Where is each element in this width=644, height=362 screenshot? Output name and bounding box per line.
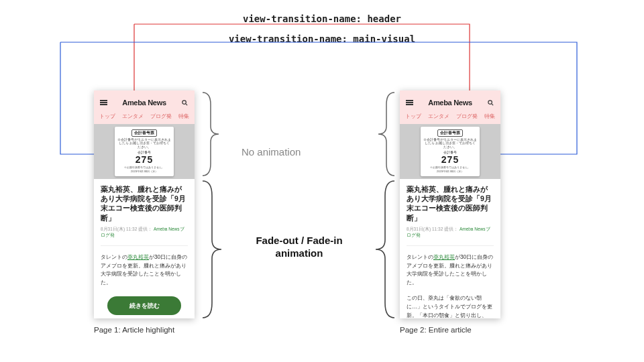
ticket-note: ※お薬引換番号ではありません。 — [117, 166, 171, 169]
brace-right-top — [373, 91, 398, 177]
search-icon[interactable] — [181, 99, 189, 107]
tab-blog[interactable]: ブログ発 — [150, 113, 172, 120]
lead-link[interactable]: 薬丸裕英 — [127, 253, 149, 260]
svg-point-2 — [488, 100, 492, 104]
menu-icon[interactable] — [405, 99, 413, 107]
menu-icon[interactable] — [99, 99, 107, 107]
ticket-title: 会計番号票 — [131, 129, 157, 137]
separator — [407, 245, 494, 246]
annotation-no-animation: No animation — [241, 146, 301, 158]
tab-blog[interactable]: ブログ発 — [456, 113, 478, 120]
main-visual-region: 会計番号票 ※会計番号がモニターに表示されましたら お越し頂き窓・でお待ちくださ… — [94, 124, 195, 179]
brace-left-bottom — [199, 180, 227, 319]
separator — [101, 245, 188, 246]
article-meta: 8月31日(木) 11:32 提供： Ameba Newsブログ発 — [101, 227, 188, 239]
vt-name-main-visual-label: view-transition-name: main-visual — [229, 34, 415, 44]
article-lead: タレントの薬丸裕英が30日に自身のアメブロを更新。腫れと痛みがあり大学病院を受診… — [407, 253, 494, 287]
article-region: 薬丸裕英、腫れと痛みがあり大学病院を受診「9月末エコー検査後の医師判断」 8月3… — [94, 179, 195, 318]
meta-time: 8月31日(木) 11:32 — [101, 227, 137, 231]
meta-time: 8月31日(木) 11:32 — [407, 227, 443, 231]
page1-mock: Ameba News トップ エンタメ ブログ発 特集 会計番号票 ※会計番号が… — [94, 90, 195, 318]
header-region: Ameba News トップ エンタメ ブログ発 特集 — [94, 90, 195, 124]
article-headline: 薬丸裕英、腫れと痛みがあり大学病院を受診「9月末エコー検査後の医師判断」 — [407, 184, 494, 223]
ticket-title: 会計番号票 — [437, 129, 463, 137]
page1-caption: Page 1: Article highlight — [94, 326, 174, 334]
meta-provider-label: 提供： — [138, 227, 152, 231]
ticket-number: 275 — [117, 154, 171, 165]
tab-top[interactable]: トップ — [405, 113, 421, 120]
brace-left-top — [199, 91, 224, 177]
lead-pre: タレントの — [407, 253, 433, 260]
article-meta: 8月31日(木) 11:32 提供： Ameba Newsブログ発 — [407, 227, 494, 239]
page2-mock: Ameba News トップ エンタメ ブログ発 特集 会計番号票 ※会計番号が… — [400, 90, 500, 318]
brace-right-bottom — [370, 180, 398, 319]
ticket-date: 2023年8月30日（水） — [117, 170, 171, 173]
svg-point-0 — [182, 100, 186, 104]
read-more-button[interactable]: 続きを読む — [107, 296, 181, 315]
article-region: 薬丸裕英、腫れと痛みがあり大学病院を受診「9月末エコー検査後の医師判断」 8月3… — [400, 179, 500, 318]
ticket-sub: ※会計番号がモニターに表示されましたら お越し頂き窓・でお待ちください。 — [117, 138, 171, 149]
page2-caption: Page 2: Entire article — [400, 326, 472, 334]
tab-top[interactable]: トップ — [99, 113, 115, 120]
ticket-card: 会計番号票 ※会計番号がモニターに表示されましたら お越し頂き窓・でお待ちくださ… — [115, 127, 174, 177]
meta-provider-label: 提供： — [444, 227, 458, 231]
tab-entame[interactable]: エンタメ — [428, 113, 449, 120]
article-lead: タレントの薬丸裕英が30日に自身のアメブロを更新。腫れと痛みがあり大学病院を受診… — [101, 253, 188, 287]
brand-title: Ameba News — [428, 99, 472, 107]
article-para2: この日、薬丸は「食欲のない朝に…」というタイトルでブログを更新。「本日の朝食」と… — [407, 294, 494, 318]
tab-feature[interactable]: 特集 — [484, 113, 495, 120]
ticket-number: 275 — [423, 154, 477, 165]
lead-pre: タレントの — [101, 253, 127, 260]
article-headline: 薬丸裕英、腫れと痛みがあり大学病院を受診「9月末エコー検査後の医師判断」 — [101, 184, 188, 223]
header-region: Ameba News トップ エンタメ ブログ発 特集 — [400, 90, 500, 124]
ticket-card: 会計番号票 ※会計番号がモニターに表示されましたら お越し頂き窓・でお待ちくださ… — [421, 127, 480, 177]
brand-title: Ameba News — [122, 99, 166, 107]
lead-link[interactable]: 薬丸裕英 — [433, 253, 455, 260]
svg-line-1 — [186, 103, 187, 105]
tab-bar: トップ エンタメ ブログ発 特集 — [405, 111, 495, 124]
tab-feature[interactable]: 特集 — [178, 113, 189, 120]
vt-name-header-label: view-transition-name: header — [243, 13, 401, 24]
svg-line-3 — [492, 103, 493, 105]
annotation-fade: Fade-out / Fade-in animation — [239, 235, 360, 260]
ticket-date: 2023年8月30日（水） — [423, 170, 477, 173]
tab-entame[interactable]: エンタメ — [122, 113, 144, 120]
ticket-sub: ※会計番号がモニターに表示されましたら お越し頂き窓・でお待ちください。 — [423, 138, 477, 149]
main-visual-region: 会計番号票 ※会計番号がモニターに表示されましたら お越し頂き窓・でお待ちくださ… — [400, 124, 500, 179]
tab-bar: トップ エンタメ ブログ発 特集 — [99, 111, 189, 124]
search-icon[interactable] — [487, 99, 495, 107]
ticket-note: ※お薬引換番号ではありません。 — [423, 166, 477, 169]
